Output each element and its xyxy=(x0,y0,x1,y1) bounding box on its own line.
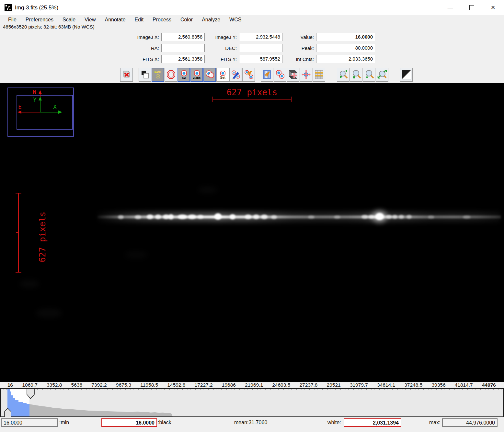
centroid-button[interactable] xyxy=(300,68,312,82)
measurement-table-button[interactable] xyxy=(313,68,325,82)
max-label: max: xyxy=(429,420,441,426)
histogram-tick-label: 11958.5 xyxy=(140,382,158,388)
aperture-c2-button[interactable]: C2 xyxy=(178,68,190,82)
menu-process[interactable]: Process xyxy=(148,16,176,23)
menu-color[interactable]: Color xyxy=(176,16,197,23)
histogram-tick-label: 14592.8 xyxy=(167,382,185,388)
histogram-tick-label: 37248.5 xyxy=(404,382,422,388)
peak-field[interactable]: 80.0000 xyxy=(316,44,375,52)
footer-strip xyxy=(0,429,504,432)
zoom-out-icon xyxy=(364,70,374,79)
overlapping-aperture-icon xyxy=(205,70,215,79)
menu-analyze[interactable]: Analyze xyxy=(197,16,225,23)
aperture-icon xyxy=(194,70,200,76)
min-field[interactable]: 16.0000 xyxy=(1,418,58,427)
histogram-tick-label: 34614.1 xyxy=(377,382,395,388)
dec-field[interactable] xyxy=(239,44,282,52)
histogram-tick-label: 44976 xyxy=(482,382,496,388)
black-field[interactable]: 16.0000 xyxy=(101,418,157,427)
title-bar: Img-3.fits (25.5%) — ✕ xyxy=(0,0,504,15)
aperture-22e6-button[interactable]: 2.2E6 xyxy=(190,68,203,82)
menu-bar: File Preferences Scale View Annotate Edi… xyxy=(0,15,504,24)
histogram-tick-label: 19686 xyxy=(222,382,236,388)
menu-wcs[interactable]: WCS xyxy=(225,16,246,23)
histogram-tick-label: 16 xyxy=(7,382,13,388)
clear-overlay-button[interactable] xyxy=(261,68,273,82)
histogram-tick-label: 9675.3 xyxy=(116,382,131,388)
22e6-label: 2.2E6 xyxy=(193,76,201,79)
mean-label: mean:31.7060 xyxy=(234,420,267,426)
maximize-icon xyxy=(469,5,474,10)
aperture-icon xyxy=(220,70,226,76)
bright-star xyxy=(372,210,387,223)
annotate-name-button[interactable]: NAME + xyxy=(152,68,164,82)
plus-circle-icon: + xyxy=(156,74,160,78)
ra-field[interactable] xyxy=(161,44,205,52)
value-field[interactable]: 16.0000 xyxy=(316,33,375,41)
mean-value: 31.7060 xyxy=(248,420,267,425)
multi-aperture-button[interactable] xyxy=(274,68,286,82)
roi-octagon-button[interactable] xyxy=(165,68,177,82)
close-stack-icon xyxy=(122,70,131,79)
histogram-tick-label: 29521 xyxy=(327,382,341,388)
zoom-fit-button[interactable] xyxy=(376,68,388,82)
menu-annotate[interactable]: Annotate xyxy=(100,16,130,23)
min-label: :min xyxy=(59,420,69,426)
imagej-y-field[interactable]: 2,932.5448 xyxy=(239,33,282,41)
fits-y-field[interactable]: 587.9552 xyxy=(239,55,282,63)
int-cnts-label: Int Cnts: xyxy=(282,56,316,62)
histogram-tick-label: 21969.1 xyxy=(245,382,263,388)
menu-edit[interactable]: Edit xyxy=(130,16,148,23)
pencil-icon xyxy=(231,70,241,79)
aperture-overlap-button[interactable] xyxy=(203,68,216,82)
edit-apertures-button[interactable] xyxy=(229,68,242,82)
crosshair-icon xyxy=(301,70,311,79)
value-label: Value: xyxy=(282,34,316,40)
max-field[interactable]: 44,976.0000 xyxy=(442,418,498,427)
zoom-in-button[interactable] xyxy=(350,68,362,82)
align-stack-button[interactable] xyxy=(287,68,299,82)
status-bar: 16.0000 :min 16.0000 :black mean:31.7060… xyxy=(0,417,504,429)
histogram-tick-label: 17227.2 xyxy=(195,382,213,388)
zoom-in-fast-button[interactable] xyxy=(337,68,349,82)
black-label: :black xyxy=(158,420,171,426)
int-cnts-field[interactable]: 2,033.3650 xyxy=(316,55,375,63)
app-icon xyxy=(5,4,12,11)
table-icon xyxy=(314,70,324,79)
fits-x-field[interactable]: 2,561.3358 xyxy=(161,55,205,63)
aperture-icon xyxy=(181,70,187,76)
histogram-tick-label: 1069.7 xyxy=(22,382,37,388)
white-field[interactable]: 2,031.1394 xyxy=(344,418,401,427)
c2-label: C2 xyxy=(182,76,186,79)
zoom-fit-icon xyxy=(377,70,387,79)
menu-scale[interactable]: Scale xyxy=(58,16,80,23)
menu-preferences[interactable]: Preferences xyxy=(21,16,58,23)
close-button[interactable]: ✕ xyxy=(482,0,504,15)
histogram-tick-label: 7392.2 xyxy=(91,382,107,388)
histogram-tick-label: 41814.7 xyxy=(455,382,473,388)
spectrum-image xyxy=(0,83,504,382)
black-white-default-button[interactable] xyxy=(139,68,151,82)
minimize-button[interactable]: — xyxy=(440,0,461,15)
imagej-x-field[interactable]: 2,560.8358 xyxy=(161,33,205,41)
invert-lut-button[interactable] xyxy=(400,68,413,82)
image-canvas[interactable]: N Y E X 627 pixels 627 pixels xyxy=(0,83,504,382)
close-all-images-button[interactable] xyxy=(120,68,133,82)
maximize-button[interactable] xyxy=(461,0,482,15)
zoom-out-button[interactable] xyxy=(363,68,375,82)
menu-file[interactable]: File xyxy=(4,16,21,23)
menu-view[interactable]: View xyxy=(80,16,100,23)
coordinate-panel: ImageJ X: 2,560.8358 ImageJ Y: 2,932.544… xyxy=(0,31,504,66)
histogram-tick-label: 27237.8 xyxy=(299,382,317,388)
histogram-tick-label: 31979.7 xyxy=(350,382,368,388)
imagej-y-label: ImageJ Y: xyxy=(205,34,239,40)
brush-icon xyxy=(244,70,254,79)
stack-align-icon xyxy=(288,70,298,79)
paint-apertures-button[interactable] xyxy=(242,68,255,82)
app-window: Img-3.fits (25.5%) — ✕ File Preferences … xyxy=(0,0,504,432)
aperture-set-button[interactable]: Set xyxy=(216,68,229,82)
zoom-in-icon xyxy=(351,70,361,79)
histogram-tick-label: 3352.8 xyxy=(47,382,62,388)
octagon-icon xyxy=(166,70,176,79)
histogram-panel[interactable] xyxy=(0,388,504,417)
